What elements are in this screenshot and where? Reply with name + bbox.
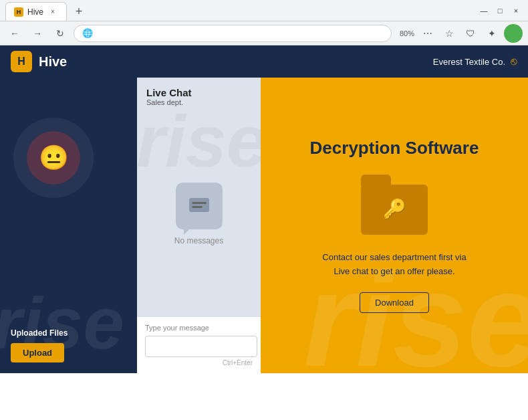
desc-line2: Live chat to get an offer please.	[334, 266, 454, 276]
download-button[interactable]: Download	[360, 292, 429, 313]
shield-icon[interactable]: 🛡	[461, 24, 480, 43]
tab-area: H Hive × +	[5, 0, 88, 21]
chat-panel: rise Live Chat Sales dept. No messages T…	[137, 78, 261, 373]
zoom-badge: 80%	[400, 29, 414, 37]
chat-input-label: Type your message	[145, 324, 253, 332]
app-header: H Hive Everest Textile Co. ⎋	[0, 45, 528, 78]
back-button[interactable]: ←	[5, 24, 24, 43]
tab-favicon: H	[14, 7, 23, 17]
app-container: H Hive Everest Textile Co. ⎋ 😐 rise Uplo…	[0, 45, 528, 373]
svg-rect-2	[192, 206, 202, 208]
extensions-button[interactable]: ⋯	[418, 24, 437, 43]
new-tab-button[interactable]: +	[70, 2, 88, 21]
maximize-button[interactable]: □	[493, 4, 507, 17]
face-inner: 😐	[27, 131, 80, 185]
right-panel: rise Decryption Software 🔑 Contact our s…	[261, 78, 528, 373]
star-icon[interactable]: ✦	[483, 24, 501, 43]
uploaded-files-label: Uploaded Files	[11, 328, 126, 338]
browser-toolbar: ← → ↻ 🌐 80% ⋯ ☆ 🛡 ✦	[0, 21, 528, 45]
desc-line1: Contact our sales department first via	[322, 252, 466, 262]
chat-subtitle: Sales dept.	[146, 98, 251, 106]
upload-button[interactable]: Upload	[11, 343, 64, 362]
folder-icon: 🔑	[361, 175, 428, 235]
user-info: Everest Textile Co. ⎋	[433, 56, 517, 68]
chat-empty-icon	[176, 183, 223, 229]
sidebar-decoration: 😐	[13, 118, 94, 198]
chat-input-area: Type your message Send Ctrl+Enter	[137, 317, 261, 373]
forward-button[interactable]: →	[28, 24, 47, 43]
chat-header: Live Chat Sales dept.	[137, 78, 261, 110]
chat-bubble-icon	[187, 194, 211, 218]
svg-rect-0	[189, 198, 209, 212]
active-tab[interactable]: H Hive ×	[5, 2, 67, 21]
svg-rect-1	[192, 202, 206, 204]
decryption-title: Decryption Software	[310, 138, 479, 159]
reload-button[interactable]: ↻	[51, 24, 70, 43]
close-window-button[interactable]: ×	[509, 4, 523, 17]
app-title: Hive	[39, 54, 67, 70]
minimize-button[interactable]: —	[477, 4, 491, 17]
tab-close-btn[interactable]: ×	[47, 7, 58, 17]
decryption-description: Contact our sales department first via L…	[322, 251, 466, 279]
ctrl-enter-hint: Ctrl+Enter	[145, 359, 253, 366]
tab-title: Hive	[27, 7, 43, 17]
logout-icon[interactable]: ⎋	[511, 56, 517, 68]
chat-title: Live Chat	[146, 87, 251, 98]
sidebar-bottom: Uploaded Files Upload	[0, 318, 137, 373]
no-messages-label: No messages	[174, 236, 223, 245]
app-logo: H	[11, 51, 32, 72]
sidebar: 😐 rise Uploaded Files Upload	[0, 78, 137, 373]
window-controls: — □ ×	[477, 4, 523, 17]
profile-avatar[interactable]	[504, 24, 523, 43]
chat-input-row: Send	[145, 336, 253, 357]
username-label: Everest Textile Co.	[433, 57, 505, 67]
chat-messages-area: No messages	[137, 110, 261, 317]
toolbar-icons: ⋯ ☆ 🛡 ✦	[418, 24, 523, 43]
chat-message-input[interactable]	[145, 336, 257, 357]
favorites-icon[interactable]: ☆	[440, 24, 458, 43]
address-bar[interactable]: 🌐	[74, 25, 392, 42]
face-circle: 😐	[13, 118, 94, 198]
browser-titlebar: H Hive × + — □ ×	[0, 0, 528, 21]
folder-key-icon: 🔑	[383, 198, 406, 220]
main-layout: 😐 rise Uploaded Files Upload rise Live C…	[0, 78, 528, 373]
